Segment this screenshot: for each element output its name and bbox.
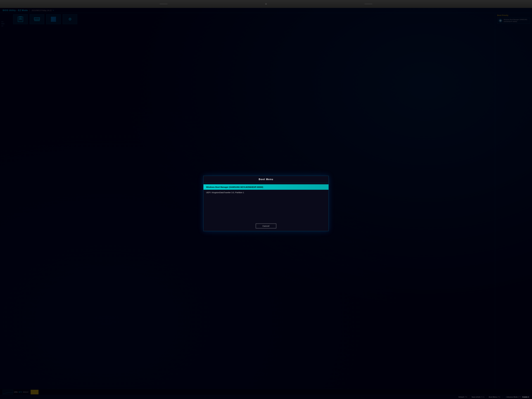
column-label: Column 2: [522, 396, 529, 398]
dialog-footer: Cancel [203, 221, 329, 231]
boot-option-0[interactable]: Windows Boot Manager (SAMSUNG MZVLW256HE… [203, 184, 329, 190]
bios-screen: BIOS Utility - EZ Mode | 2021/08/13 Frid… [0, 8, 532, 399]
dialog-title: Boot Menu [259, 178, 273, 181]
cancel-button[interactable]: Cancel [256, 223, 276, 228]
speaker-left [160, 4, 168, 4]
boot-option-1-label: UEFI: KingstonDataTraveler 3.0, Partitio… [206, 191, 244, 194]
dialog-body: Windows Boot Manager (SAMSUNG MZVLW256HE… [203, 183, 329, 221]
dialog-header: Boot Menu [203, 176, 329, 183]
boot-option-1[interactable]: UEFI: KingstonDataTraveler 3.0, Partitio… [203, 190, 329, 195]
boot-menu-dialog: Boot Menu Windows Boot Manager (SAMSUNG … [203, 176, 329, 231]
speaker-right [364, 4, 372, 4]
modal-overlay: Boot Menu Windows Boot Manager (SAMSUNG … [0, 8, 532, 399]
laptop-bezel-top [0, 0, 532, 8]
boot-option-0-label: Windows Boot Manager (SAMSUNG MZVLW256HE… [206, 186, 263, 188]
webcam [265, 3, 267, 5]
